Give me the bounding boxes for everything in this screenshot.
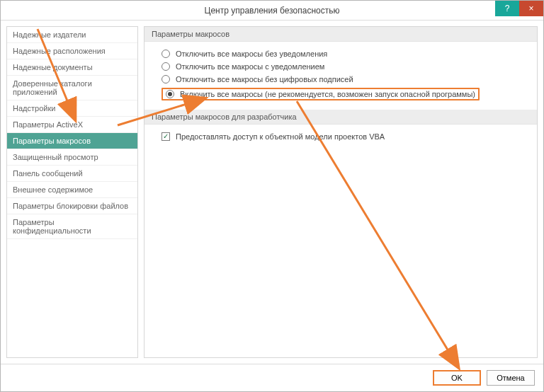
sidebar-item-label: Параметры ActiveX [13,120,83,129]
sidebar-item-label: Надежные документы [13,63,93,71]
sidebar-item-trusted-locations[interactable]: Надежные расположения [7,43,137,59]
sidebar: Надежные издатели Надежные расположения … [6,26,138,358]
help-icon: ? [505,4,510,13]
ok-button-label: OK [451,374,463,382]
checkbox-trust-vba[interactable]: ✓ Предоставлять доступ к объектной модел… [162,130,520,143]
radio-label: Отключить все макросы без цифровых подпи… [176,75,353,83]
sidebar-item-file-block[interactable]: Параметры блокировки файлов [7,198,137,214]
radio-disable-with-notification[interactable]: Отключить все макросы с уведомлением [162,60,520,73]
radio-icon [162,75,170,83]
macro-radio-group: Отключить все макросы без уведомления От… [144,47,537,110]
sidebar-item-external-content[interactable]: Внешнее содержимое [7,182,137,198]
dev-macro-settings-header: Параметры макросов для разработчика [144,110,537,125]
sidebar-item-trusted-publishers[interactable]: Надежные издатели [7,27,137,43]
sidebar-item-trusted-app-catalogs[interactable]: Доверенные каталоги приложений [7,76,137,100]
annotation-highlight-box: Включить все макросы (не рекомендуется, … [162,88,480,100]
close-button[interactable]: × [519,1,543,16]
titlebar: Центр управления безопасностью ? × [1,1,543,21]
radio-icon [166,90,174,98]
sidebar-item-label: Надстройки [13,104,55,113]
dev-options: ✓ Предоставлять доступ к объектной модел… [144,130,537,150]
sidebar-item-label: Внешнее содержимое [13,185,93,194]
sidebar-item-label: Надежные издатели [13,30,86,39]
titlebar-controls: ? × [495,1,543,20]
checkbox-icon: ✓ [162,132,170,141]
cancel-button-label: Отмена [497,374,524,382]
trust-center-window: Центр управления безопасностью ? × Надеж… [0,0,544,392]
sidebar-item-label: Параметры блокировки файлов [13,202,128,210]
close-icon: × [528,4,533,13]
radio-icon [162,50,170,58]
sidebar-item-label: Доверенные каталоги приложений [13,79,92,96]
cancel-button[interactable]: Отмена [487,370,535,386]
sidebar-item-macro-settings[interactable]: Параметры макросов [7,133,137,149]
sidebar-item-label: Параметры макросов [13,137,91,145]
sidebar-item-privacy[interactable]: Параметры конфиденциальности [7,214,137,239]
radio-label: Отключить все макросы с уведомлением [176,62,324,71]
sidebar-item-label: Защищенный просмотр [13,153,98,161]
sidebar-item-label: Надежные расположения [13,47,106,55]
radio-disable-no-notification[interactable]: Отключить все макросы без уведомления [162,47,520,60]
window-title: Центр управления безопасностью [205,6,340,16]
sidebar-item-label: Панель сообщений [13,169,83,178]
radio-enable-all[interactable]: Включить все макросы (не рекомендуется, … [162,86,520,103]
radio-label: Включить все макросы (не рекомендуется, … [180,90,475,98]
sidebar-item-label: Параметры конфиденциальности [13,218,91,235]
sidebar-item-protected-view[interactable]: Защищенный просмотр [7,149,137,166]
ok-button[interactable]: OK [433,370,481,386]
radio-icon [162,62,170,71]
radio-label: Отключить все макросы без уведомления [176,50,327,58]
help-button[interactable]: ? [495,1,519,16]
checkbox-label: Предоставлять доступ к объектной модели … [176,132,385,141]
sidebar-item-message-bar[interactable]: Панель сообщений [7,166,137,182]
radio-disable-unsigned[interactable]: Отключить все макросы без цифровых подпи… [162,73,520,86]
sidebar-item-trusted-documents[interactable]: Надежные документы [7,59,137,76]
macro-settings-header: Параметры макросов [144,27,537,42]
sidebar-item-activex[interactable]: Параметры ActiveX [7,117,137,133]
sidebar-item-addins[interactable]: Надстройки [7,100,137,117]
dialog-body: Надежные издатели Надежные расположения … [1,21,543,364]
footer: OK Отмена [1,364,543,391]
main-panel: Параметры макросов Отключить все макросы… [144,26,538,358]
